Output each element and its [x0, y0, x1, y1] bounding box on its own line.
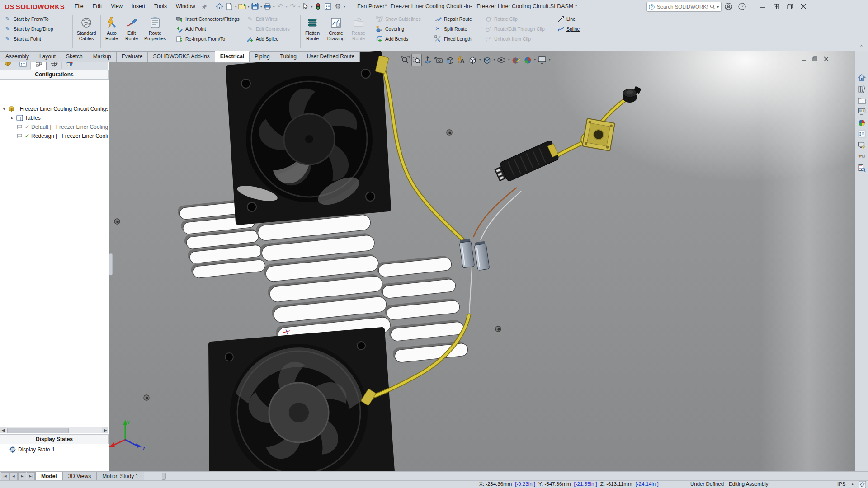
display-state-item[interactable]: Display State-1	[0, 445, 108, 454]
options-caret-icon[interactable]: ▾	[344, 5, 345, 9]
view-settings-caret-icon[interactable]: ▾	[549, 58, 551, 61]
tab-layout[interactable]: Layout	[34, 51, 61, 62]
hide-show-caret-icon[interactable]: ▾	[508, 58, 510, 61]
tab-solidworks-addins[interactable]: SOLIDWORKS Add-Ins	[148, 51, 215, 62]
tree-config-redesign[interactable]: ✓ Redesign [ _Freezer Liner Cooling Circ…	[0, 131, 108, 141]
reimport-fromto-button[interactable]: Re-Import From/To	[174, 34, 241, 44]
print-button[interactable]	[263, 1, 273, 11]
zoom-to-fit-button[interactable]	[400, 54, 410, 66]
open-button[interactable]	[237, 1, 247, 11]
tab-model[interactable]: Model	[35, 472, 62, 481]
standard-cables-button[interactable]: Standard Cables	[74, 14, 99, 51]
file-explorer-icon[interactable]	[855, 94, 868, 106]
tab-markup[interactable]: Markup	[88, 51, 117, 62]
search-input[interactable]	[656, 4, 708, 10]
apply-scene-caret-icon[interactable]: ▾	[534, 58, 536, 61]
hide-show-items-button[interactable]	[496, 54, 507, 66]
tab-tubing[interactable]: Tubing	[275, 51, 302, 62]
scroll-left-icon[interactable]: ◀	[0, 427, 6, 433]
menu-tools[interactable]: Tools	[150, 0, 171, 13]
appearances-icon[interactable]	[855, 117, 868, 128]
flatten-route-button[interactable]: Flatten Route	[302, 14, 323, 51]
minimize-button[interactable]	[756, 1, 769, 12]
graphics-area[interactable]: Y X Z A ▾ ▾ ▾ ▾ ▾	[109, 51, 855, 471]
panel-splitter-grip[interactable]	[109, 253, 113, 275]
doc-close-icon[interactable]	[824, 56, 829, 61]
routing-clip-icon[interactable]	[855, 151, 868, 162]
panel-horizontal-scrollbar[interactable]: ◀ ▶	[0, 427, 108, 433]
3d-viewport-canvas[interactable]: Y X Z	[109, 51, 855, 471]
start-by-fromto-button[interactable]: ✎Start by From/To	[2, 14, 71, 24]
menu-window[interactable]: Window	[171, 0, 200, 13]
top-fan[interactable]	[228, 53, 388, 222]
tag-icon[interactable]	[859, 481, 866, 488]
tree-tables-folder[interactable]: ▸ Tables	[0, 113, 108, 122]
start-by-dragdrop-button[interactable]: ✎Start by Drag/Drop	[2, 24, 71, 34]
select-caret-icon[interactable]: ▾	[311, 5, 313, 9]
tab-evaluate[interactable]: Evaluate	[117, 51, 148, 62]
prev-tab-icon[interactable]: ◀	[9, 472, 18, 480]
view-orientation-caret-icon[interactable]: ▾	[479, 58, 481, 61]
tab-user-defined-route[interactable]: User Defined Route	[302, 51, 360, 62]
split-view-button[interactable]	[769, 1, 783, 12]
zoom-to-area-button[interactable]	[411, 54, 422, 66]
view-settings-button[interactable]	[537, 54, 547, 66]
rebuild-button[interactable]	[313, 1, 323, 11]
save-button[interactable]	[250, 1, 260, 11]
view-orientation-button[interactable]	[467, 54, 478, 66]
normal-to-button[interactable]	[423, 54, 433, 66]
repair-route-button[interactable]: Repair Route	[432, 14, 481, 24]
start-at-point-button[interactable]: ✎Start at Point	[2, 34, 71, 44]
new-document-caret-icon[interactable]: ▾	[235, 5, 237, 9]
pin-menu-icon[interactable]	[200, 1, 210, 11]
next-tab-icon[interactable]: ▶	[18, 472, 26, 480]
tab-piping[interactable]: Piping	[250, 51, 275, 62]
collapse-ribbon-icon[interactable]: ⌃	[859, 44, 863, 50]
add-point-button[interactable]: Add Point	[174, 24, 241, 34]
menu-insert[interactable]: Insert	[127, 0, 150, 13]
display-style-button[interactable]	[482, 54, 492, 66]
restore-window-button[interactable]	[783, 1, 797, 12]
search-box[interactable]: ? ▾	[646, 2, 722, 12]
auto-route-button[interactable]: Auto Route	[102, 14, 121, 51]
design-library-icon[interactable]	[855, 83, 868, 94]
home-button[interactable]	[215, 1, 225, 11]
scrollbar-thumb[interactable]	[7, 428, 69, 433]
sketch-spline-button[interactable]: Spline	[555, 24, 587, 34]
square-clip-fitting[interactable]	[582, 118, 615, 151]
insert-connectors-fittings-button[interactable]: Insert Connectors/Fittings	[174, 14, 241, 24]
view-palette-icon[interactable]	[855, 106, 868, 117]
tab-electrical[interactable]: Electrical	[215, 51, 250, 63]
add-bends-button[interactable]: Add Bends	[373, 34, 429, 44]
tree-root-configuration[interactable]: ▾ _Freezer Liner Cooling Circuit Configs	[0, 104, 108, 113]
create-drawing-button[interactable]: Create Drawing	[324, 14, 348, 51]
add-splice-button[interactable]: Add Splice	[244, 34, 297, 44]
section-view-button[interactable]	[445, 54, 455, 66]
split-route-button[interactable]: ✂Split Route	[432, 24, 481, 34]
edit-route-button[interactable]: Edit Route	[122, 14, 141, 51]
resources-home-icon[interactable]	[855, 72, 868, 83]
tab-sketch[interactable]: Sketch	[61, 51, 88, 62]
help-icon[interactable]: ?	[735, 1, 749, 12]
first-tab-icon[interactable]: |◀	[1, 472, 9, 480]
previous-view-button[interactable]	[434, 54, 444, 66]
menu-view[interactable]: View	[106, 0, 127, 13]
menu-edit[interactable]: Edit	[88, 0, 107, 13]
save-caret-icon[interactable]: ▾	[260, 5, 262, 9]
apply-scene-button[interactable]	[523, 54, 533, 66]
edit-appearance-button[interactable]	[511, 54, 522, 66]
tabbar-splitter-grip[interactable]	[162, 473, 166, 480]
user-account-icon[interactable]	[722, 1, 735, 12]
print-caret-icon[interactable]: ▾	[273, 5, 275, 9]
custom-properties-icon[interactable]	[855, 128, 868, 140]
close-button[interactable]	[797, 1, 810, 12]
tab-motion-study[interactable]: Motion Study 1	[96, 472, 144, 481]
file-properties-button[interactable]	[323, 1, 333, 11]
forum-monitor-icon[interactable]	[855, 140, 868, 151]
menu-file[interactable]: File	[70, 0, 88, 13]
fixed-length-button[interactable]: Fixed Length	[432, 34, 481, 44]
sketch-line-button[interactable]: Line	[555, 14, 587, 24]
open-caret-icon[interactable]: ▾	[248, 5, 250, 9]
tab-assembly[interactable]: Assembly	[0, 51, 34, 62]
doc-restore-icon[interactable]	[812, 56, 817, 61]
